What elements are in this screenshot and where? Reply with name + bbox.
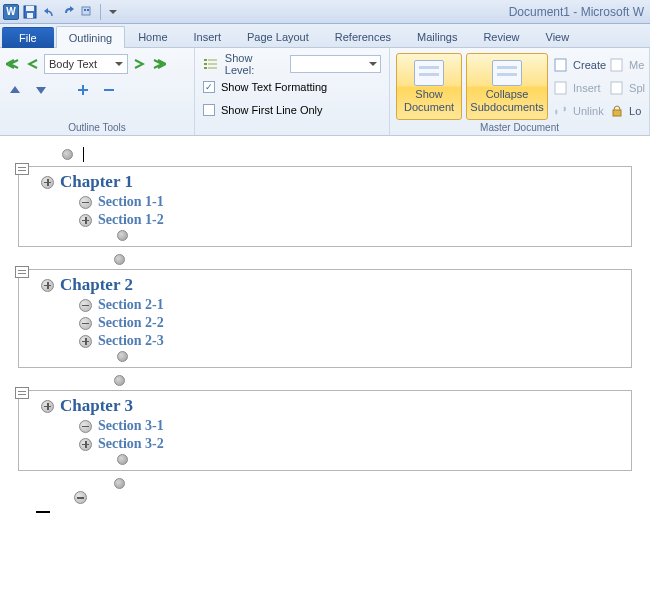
expand-icon[interactable] — [74, 80, 92, 100]
collapse-marker-icon[interactable] — [79, 420, 92, 433]
unlink-subdoc-icon — [554, 104, 570, 118]
section-heading[interactable]: Section 3-1 — [98, 418, 164, 434]
show-document-button[interactable]: Show Document — [396, 53, 462, 120]
tab-mailings[interactable]: Mailings — [404, 25, 470, 47]
subdoc-icon[interactable] — [15, 163, 29, 175]
show-text-formatting-checkbox[interactable]: ✓ — [203, 81, 215, 93]
demote-icon[interactable] — [130, 54, 148, 74]
collapse-subdocs-button[interactable]: Collapse Subdocuments — [466, 53, 548, 120]
svg-rect-15 — [611, 82, 622, 94]
svg-rect-10 — [204, 67, 207, 69]
tab-page-layout[interactable]: Page Layout — [234, 25, 322, 47]
svg-rect-4 — [84, 9, 86, 11]
document-title: Document1 - Microsoft W — [509, 5, 648, 19]
show-first-line-label: Show First Line Only — [221, 104, 322, 116]
collapse-marker-icon[interactable] — [79, 299, 92, 312]
ribbon: Body Text Outline Tools Show Level: ✓ — [0, 48, 650, 136]
show-level-select[interactable] — [290, 55, 381, 73]
promote-icon[interactable] — [24, 54, 42, 74]
ribbon-tabs: File Outlining Home Insert Page Layout R… — [0, 24, 650, 48]
unlink-subdoc-button[interactable]: Unlink — [573, 105, 604, 117]
redo-icon[interactable] — [59, 3, 77, 21]
body-text-bullet-icon[interactable] — [114, 254, 125, 265]
body-text-bullet-icon[interactable] — [114, 375, 125, 386]
qa-separator — [100, 4, 101, 20]
body-text-bullet-icon[interactable] — [114, 478, 125, 489]
section-heading[interactable]: Section 1-1 — [98, 194, 164, 210]
svg-rect-6 — [204, 59, 207, 61]
split-subdoc-icon — [610, 81, 626, 95]
subdocument[interactable]: Chapter 1Section 1-1Section 1-2 — [18, 166, 632, 247]
show-first-line-checkbox[interactable] — [203, 104, 215, 116]
chapter-heading[interactable]: Chapter 2 — [60, 275, 133, 295]
expand-marker-icon[interactable] — [41, 279, 54, 292]
subdoc-icon[interactable] — [15, 387, 29, 399]
collapse-subdocs-icon — [492, 60, 522, 86]
svg-rect-12 — [555, 59, 566, 71]
show-level-icon — [203, 57, 219, 71]
body-text-bullet-icon[interactable] — [117, 454, 128, 465]
create-subdoc-button[interactable]: Create — [573, 59, 606, 71]
qa-more-icon[interactable] — [78, 3, 96, 21]
section-heading[interactable]: Section 3-2 — [98, 436, 164, 452]
group-outline-tools-label: Outline Tools — [4, 121, 190, 134]
svg-rect-9 — [208, 63, 217, 65]
body-text-bullet-icon[interactable] — [117, 351, 128, 362]
tab-insert[interactable]: Insert — [181, 25, 235, 47]
svg-rect-13 — [555, 82, 566, 94]
collapse-marker-icon[interactable] — [79, 196, 92, 209]
lock-subdoc-button[interactable]: Lo — [629, 105, 641, 117]
collapse-marker-icon[interactable] — [74, 491, 87, 504]
expand-marker-icon[interactable] — [79, 214, 92, 227]
word-logo-icon: W — [2, 3, 20, 21]
collapse-icon[interactable] — [100, 80, 118, 100]
tab-file[interactable]: File — [2, 27, 54, 48]
chapter-heading[interactable]: Chapter 1 — [60, 172, 133, 192]
outline-level-select[interactable]: Body Text — [44, 54, 128, 74]
svg-rect-8 — [204, 63, 207, 65]
insert-subdoc-icon — [554, 81, 570, 95]
show-level-label: Show Level: — [225, 52, 284, 76]
body-text-bullet-icon[interactable] — [117, 230, 128, 241]
expand-marker-icon[interactable] — [41, 176, 54, 189]
expand-marker-icon[interactable] — [41, 400, 54, 413]
end-of-doc-mark — [36, 511, 50, 513]
svg-rect-2 — [27, 13, 33, 18]
insert-subdoc-button[interactable]: Insert — [573, 82, 601, 94]
tab-outlining[interactable]: Outlining — [56, 26, 125, 48]
split-subdoc-button[interactable]: Spl — [629, 82, 645, 94]
section-heading[interactable]: Section 1-2 — [98, 212, 164, 228]
svg-rect-5 — [87, 9, 89, 11]
tab-home[interactable]: Home — [125, 25, 180, 47]
subdoc-icon[interactable] — [15, 266, 29, 278]
expand-marker-icon[interactable] — [79, 438, 92, 451]
create-subdoc-icon — [554, 58, 570, 72]
section-heading[interactable]: Section 2-3 — [98, 333, 164, 349]
merge-subdoc-button[interactable]: Me — [629, 59, 644, 71]
move-up-icon[interactable] — [6, 80, 24, 100]
promote-to-h1-icon[interactable] — [4, 54, 22, 74]
text-cursor — [83, 147, 84, 162]
expand-marker-icon[interactable] — [79, 335, 92, 348]
group-master-document-label: Master Document — [394, 121, 645, 134]
outline-level-value: Body Text — [49, 58, 97, 70]
document-area[interactable]: Chapter 1Section 1-1Section 1-2Chapter 2… — [0, 136, 650, 523]
qa-customize-icon[interactable] — [104, 3, 122, 21]
move-down-icon[interactable] — [32, 80, 50, 100]
section-heading[interactable]: Section 2-1 — [98, 297, 164, 313]
svg-rect-1 — [26, 6, 34, 11]
body-text-bullet-icon[interactable] — [62, 149, 73, 160]
undo-icon[interactable] — [40, 3, 58, 21]
tab-review[interactable]: Review — [470, 25, 532, 47]
tab-view[interactable]: View — [533, 25, 583, 47]
chapter-heading[interactable]: Chapter 3 — [60, 396, 133, 416]
lock-subdoc-icon — [610, 104, 626, 118]
subdocument[interactable]: Chapter 3Section 3-1Section 3-2 — [18, 390, 632, 471]
save-icon[interactable] — [21, 3, 39, 21]
tab-references[interactable]: References — [322, 25, 404, 47]
svg-rect-7 — [208, 59, 217, 61]
section-heading[interactable]: Section 2-2 — [98, 315, 164, 331]
collapse-marker-icon[interactable] — [79, 317, 92, 330]
subdocument[interactable]: Chapter 2Section 2-1Section 2-2Section 2… — [18, 269, 632, 368]
demote-to-body-icon[interactable] — [150, 54, 168, 74]
